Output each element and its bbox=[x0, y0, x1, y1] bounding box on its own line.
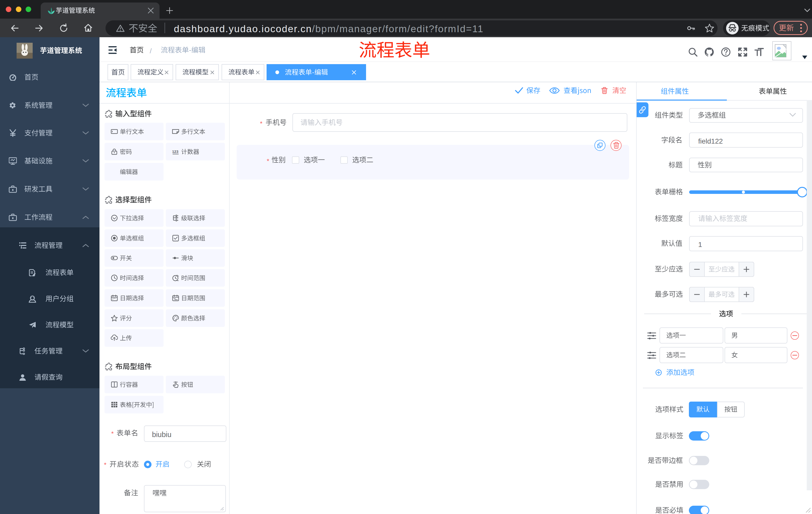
svg-text:123: 123 bbox=[172, 150, 178, 154]
